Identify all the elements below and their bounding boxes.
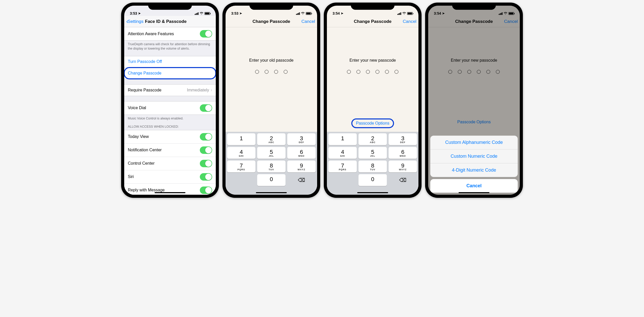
keypad-8[interactable]: 8TUV [359, 161, 387, 172]
settings-content[interactable]: Attention Aware Features TrueDepth camer… [124, 27, 216, 195]
allow-today-view[interactable]: Today View [124, 130, 216, 144]
option-4digit[interactable]: 4-Digit Numeric Code [430, 163, 518, 177]
wifi-icon [402, 12, 406, 15]
screen-settings: 3:53 ➤ ‹ Settings Face ID & Passcode Att… [124, 6, 216, 195]
status-time: 3:53 [130, 11, 137, 15]
wifi-icon [301, 12, 305, 15]
keypad-7[interactable]: 7PQRS [328, 161, 357, 172]
option-custom-alphanumeric[interactable]: Custom Alphanumeric Code [430, 136, 518, 150]
keypad-4[interactable]: 4GHI [328, 147, 357, 159]
screen-new-passcode: 3:54➤ Change Passcode Cancel Enter your … [327, 6, 418, 195]
keypad-0[interactable]: 0 [359, 174, 387, 186]
signal-icon [296, 12, 300, 15]
battery-icon [306, 12, 311, 15]
location-icon: ➤ [341, 12, 343, 15]
attention-aware-row[interactable]: Attention Aware Features [124, 27, 216, 40]
voice-dial-row[interactable]: Voice Dial [124, 101, 216, 115]
keypad-delete[interactable]: ⌫ [287, 174, 316, 186]
home-indicator[interactable] [256, 192, 287, 193]
keypad-2[interactable]: 2ABC [359, 133, 387, 145]
passcode-dot [347, 70, 351, 74]
attention-footer: TrueDepth camera will check for attentio… [124, 41, 216, 51]
passcode-entry: Enter your new passcode Passcode Options [327, 27, 418, 132]
phone-frame-2: 3:53➤ Change Passcode Cancel Enter your … [222, 3, 320, 198]
toggle-on[interactable] [200, 160, 212, 167]
cell-label: Change Passcode [128, 71, 162, 76]
keypad-3[interactable]: 3DEF [287, 133, 316, 145]
passcode-dot [274, 70, 278, 74]
allow-control-center[interactable]: Control Center [124, 157, 216, 170]
screen-old-passcode: 3:53➤ Change Passcode Cancel Enter your … [226, 6, 317, 195]
cell-detail: Immediately [187, 88, 209, 92]
phone-frame-3: 3:54➤ Change Passcode Cancel Enter your … [324, 3, 422, 198]
toggle-on[interactable] [200, 146, 212, 154]
change-passcode-button[interactable]: Change Passcode [124, 68, 216, 79]
action-sheet: Custom Alphanumeric Code Custom Numeric … [430, 136, 518, 193]
nav-title: Face ID & Passcode [145, 19, 187, 24]
allow-notification-center[interactable]: Notification Center [124, 144, 216, 157]
keypad-1[interactable]: 1 [328, 133, 357, 145]
phone-frame-1: 3:53 ➤ ‹ Settings Face ID & Passcode Att… [121, 3, 219, 198]
cell-label: Attention Aware Features [128, 32, 174, 36]
keypad-delete[interactable]: ⌫ [389, 174, 417, 186]
toggle-on[interactable] [200, 30, 212, 38]
notch [452, 3, 496, 10]
cell-label: Voice Dial [128, 106, 146, 110]
battery-icon [407, 12, 413, 15]
back-button[interactable]: ‹ Settings [126, 18, 144, 25]
keypad-6[interactable]: 6MNO [287, 147, 316, 159]
require-passcode-row[interactable]: Require Passcode Immediately › [124, 85, 216, 96]
toggle-on[interactable] [200, 187, 212, 194]
passcode-dot [395, 70, 398, 74]
phone-frame-4: 3:54➤ Change Passcode Cancel Enter your … [425, 3, 523, 198]
keypad-5[interactable]: 5JKL [359, 147, 387, 159]
numeric-keypad: 1 2ABC3DEF4GHI5JKL6MNO7PQRS8TUV9WXYZ0 ⌫ [226, 132, 317, 188]
allow-siri[interactable]: Siri [124, 170, 216, 184]
notch [351, 3, 395, 10]
passcode-prompt: Enter your new passcode [350, 58, 396, 63]
keypad-blank [328, 174, 357, 186]
keypad-5[interactable]: 5JKL [257, 147, 285, 159]
turn-passcode-off-button[interactable]: Turn Passcode Off [124, 56, 216, 68]
chevron-right-icon: › [211, 87, 212, 93]
passcode-dot [255, 70, 259, 74]
toggle-on[interactable] [200, 133, 212, 141]
cancel-button[interactable]: Cancel [301, 19, 315, 24]
keypad-8[interactable]: 8TUV [257, 161, 285, 172]
action-sheet-cancel[interactable]: Cancel [430, 179, 518, 193]
keypad-3[interactable]: 3DEF [389, 133, 417, 145]
signal-icon [397, 12, 401, 15]
cancel-button[interactable]: Cancel [403, 19, 416, 24]
keypad-7[interactable]: 7PQRS [227, 161, 255, 172]
passcode-dots [347, 70, 398, 74]
passcode-dot [366, 70, 370, 74]
home-indicator[interactable] [459, 192, 489, 193]
allow-access-group: Today View Notification Center Control C… [124, 130, 216, 195]
keypad-0[interactable]: 0 [257, 174, 285, 186]
keypad-4[interactable]: 4GHI [227, 147, 255, 159]
nav-bar: Change Passcode Cancel [327, 16, 418, 27]
passcode-dot [356, 70, 360, 74]
cell-label: Turn Passcode Off [128, 59, 162, 64]
voice-footer: Music Voice Control is always enabled. [124, 115, 216, 121]
home-indicator[interactable] [357, 192, 388, 193]
keypad-9[interactable]: 9WXYZ [287, 161, 316, 172]
keypad-1[interactable]: 1 [227, 133, 255, 145]
passcode-dot [265, 70, 269, 74]
toggle-on[interactable] [200, 173, 212, 181]
nav-bar: Change Passcode Cancel [226, 16, 317, 27]
cell-label: Require Passcode [128, 88, 162, 92]
numeric-keypad: 1 2ABC3DEF4GHI5JKL6MNO7PQRS8TUV9WXYZ0 ⌫ [327, 132, 418, 188]
location-icon: ➤ [138, 12, 141, 15]
signal-icon [195, 12, 199, 15]
toggle-on[interactable] [200, 104, 212, 112]
keypad-blank [227, 174, 255, 186]
keypad-9[interactable]: 9WXYZ [389, 161, 417, 172]
passcode-options-button[interactable]: Passcode Options [353, 119, 392, 127]
location-icon: ➤ [239, 12, 242, 15]
screen-passcode-options-sheet: 3:54➤ Change Passcode Cancel Enter your … [428, 6, 520, 195]
keypad-2[interactable]: 2ABC [257, 133, 285, 145]
keypad-6[interactable]: 6MNO [389, 147, 417, 159]
option-custom-numeric[interactable]: Custom Numeric Code [430, 150, 518, 163]
home-indicator[interactable] [155, 192, 185, 193]
